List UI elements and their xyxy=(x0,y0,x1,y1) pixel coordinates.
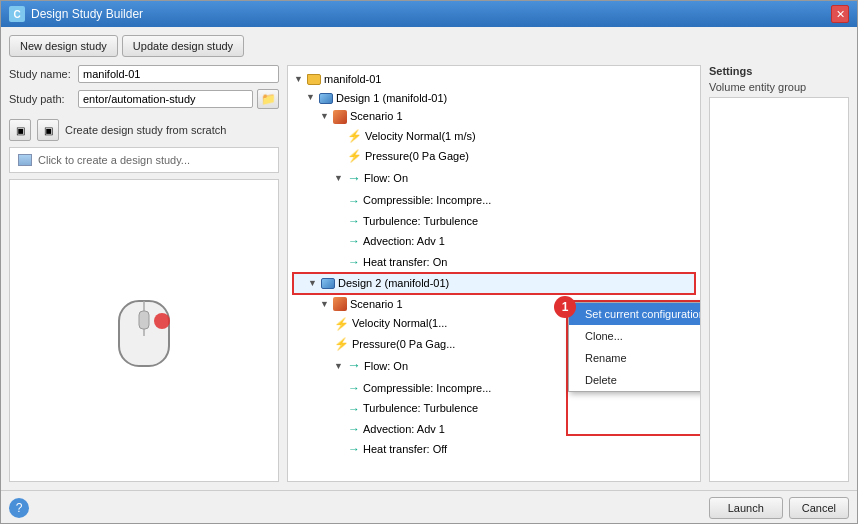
context-set-current[interactable]: Set current configuration xyxy=(569,303,701,325)
turbulence-label-d1: Turbulence: Turbulence xyxy=(363,212,478,231)
scenario1-icon xyxy=(333,110,347,124)
window-body: New design study Update design study Stu… xyxy=(1,27,857,490)
study-path-row: Study path: 📁 xyxy=(9,89,279,109)
comp-icon: → xyxy=(348,191,360,211)
title-bar: C Design Study Builder ✕ xyxy=(1,1,857,27)
adv-d2-icon: → xyxy=(348,419,360,439)
scratch-btn-1[interactable]: ▣ xyxy=(9,119,31,141)
app-icon: C xyxy=(9,6,25,22)
pressure-d2-label: Pressure(0 Pa Gag... xyxy=(352,335,455,354)
folder-icon xyxy=(307,74,321,85)
design2-row[interactable]: ▼ Design 2 (manifold-01) xyxy=(292,272,696,295)
pressure-row[interactable]: ⚡ Pressure(0 Pa Gage) xyxy=(292,146,696,166)
context-delete[interactable]: Delete xyxy=(569,369,701,391)
main-window: C Design Study Builder ✕ New design stud… xyxy=(0,0,858,524)
expand-icon-flow: ▼ xyxy=(334,171,344,186)
comp-d2-icon: → xyxy=(348,378,360,398)
pressure-icon: ⚡ xyxy=(347,146,362,166)
scratch-row: ▣ ▣ Create design study from scratch xyxy=(9,119,279,141)
heat-icon: → xyxy=(348,252,360,272)
heat-d2-label: Heat transfer: Off xyxy=(363,440,447,459)
right-panel: Settings Volume entity group xyxy=(709,65,849,482)
expand-icon-d1: ▼ xyxy=(306,90,316,105)
scratch-btn-2[interactable]: ▣ xyxy=(37,119,59,141)
expand-icon-s1: ▼ xyxy=(320,109,330,124)
mouse-preview-icon xyxy=(104,281,184,381)
turbulence-row-d1: → Turbulence: Turbulence xyxy=(292,211,696,231)
click-hint-box[interactable]: Click to create a design study... xyxy=(9,147,279,173)
scenario1-d1-row[interactable]: ▼ Scenario 1 xyxy=(292,107,696,126)
design1-label: Design 1 (manifold-01) xyxy=(336,89,447,108)
design1-row[interactable]: ▼ Design 1 (manifold-01) xyxy=(292,89,696,108)
heat-label-d1: Heat transfer: On xyxy=(363,253,447,272)
design1-icon xyxy=(319,93,333,104)
svg-rect-2 xyxy=(139,311,149,329)
study-name-row: Study name: xyxy=(9,65,279,83)
flow-label-d1: Flow: On xyxy=(364,169,408,188)
tree-view: ▼ manifold-01 ▼ Design 1 (manifold-01) ▼ xyxy=(288,66,700,481)
bottom-bar: ? Launch Cancel xyxy=(1,490,857,523)
flow-d2-icon: → xyxy=(347,354,361,378)
preview-box xyxy=(9,179,279,482)
advection-d2-label: Advection: Adv 1 xyxy=(363,420,445,439)
compress-d2-label: Compressible: Incompre... xyxy=(363,379,491,398)
launch-button[interactable]: Launch xyxy=(709,497,783,519)
create-scratch-label: Create design study from scratch xyxy=(65,124,226,136)
settings-label: Settings xyxy=(709,65,849,77)
tree-root-label: manifold-01 xyxy=(324,70,381,89)
compress-label-d1: Compressible: Incompre... xyxy=(363,191,491,210)
help-button[interactable]: ? xyxy=(9,498,29,518)
top-buttons: New design study Update design study xyxy=(9,35,849,57)
settings-box xyxy=(709,97,849,482)
volume-entity-label: Volume entity group xyxy=(709,81,849,93)
new-design-study-button[interactable]: New design study xyxy=(9,35,118,57)
tree-root[interactable]: ▼ manifold-01 xyxy=(292,70,696,89)
pres-d2-icon: ⚡ xyxy=(334,334,349,354)
scenario1-d2-icon xyxy=(333,297,347,311)
vel-d2-icon: ⚡ xyxy=(334,314,349,334)
expand-icon: ▼ xyxy=(294,72,304,87)
expand-icon-d2: ▼ xyxy=(308,276,318,291)
velocity-d2-label: Velocity Normal(1... xyxy=(352,314,447,333)
update-design-study-button[interactable]: Update design study xyxy=(122,35,244,57)
scenario1-d2-label: Scenario 1 xyxy=(350,295,403,314)
flow-d2-label: Flow: On xyxy=(364,357,408,376)
advection-d2-row: → Advection: Adv 1 xyxy=(292,419,696,439)
design2-icon xyxy=(321,278,335,289)
cancel-button[interactable]: Cancel xyxy=(789,497,849,519)
context-rename[interactable]: Rename xyxy=(569,347,701,369)
heat-row-d1: → Heat transfer: On xyxy=(292,252,696,272)
advection-label-d1: Advection: Adv 1 xyxy=(363,232,445,251)
adv-icon: → xyxy=(348,231,360,251)
turbulence-d2-label: Turbulence: Turbulence xyxy=(363,399,478,418)
context-clone[interactable]: Clone... xyxy=(569,325,701,347)
left-panel: Study name: Study path: 📁 ▣ ▣ Create des… xyxy=(9,65,279,482)
turbulence-d2-row: → Turbulence: Turbulence xyxy=(292,399,696,419)
title-bar-left: C Design Study Builder xyxy=(9,6,143,22)
heat-d2-row: → Heat transfer: Off xyxy=(292,439,696,459)
advection-row-d1: → Advection: Adv 1 xyxy=(292,231,696,251)
design2-label: Design 2 (manifold-01) xyxy=(338,274,449,293)
context-menu: Set current configuration Clone... Renam… xyxy=(568,302,701,392)
flow-icon: → xyxy=(347,167,361,191)
expand-icon-s1d2: ▼ xyxy=(320,297,330,312)
close-button[interactable]: ✕ xyxy=(831,5,849,23)
study-name-input[interactable] xyxy=(78,65,279,83)
flow-row-d1[interactable]: ▼ → Flow: On xyxy=(292,167,696,191)
window-title: Design Study Builder xyxy=(31,7,143,21)
pressure-label: Pressure(0 Pa Gage) xyxy=(365,147,469,166)
browse-folder-button[interactable]: 📁 xyxy=(257,89,279,109)
content-area: Study name: Study path: 📁 ▣ ▣ Create des… xyxy=(9,65,849,482)
list-icon xyxy=(18,154,32,166)
svg-point-3 xyxy=(154,313,170,329)
study-path-input[interactable] xyxy=(78,90,253,108)
compress-row-d1: → Compressible: Incompre... xyxy=(292,191,696,211)
param-icon: ⚡ xyxy=(347,126,362,146)
study-name-label: Study name: xyxy=(9,68,74,80)
velocity-row[interactable]: ⚡ Velocity Normal(1 m/s) xyxy=(292,126,696,146)
scenario1-label: Scenario 1 xyxy=(350,107,403,126)
number-1-badge: 1 xyxy=(554,296,576,318)
turb-d2-icon: → xyxy=(348,399,360,419)
study-path-label: Study path: xyxy=(9,93,74,105)
click-hint-text: Click to create a design study... xyxy=(38,154,190,166)
